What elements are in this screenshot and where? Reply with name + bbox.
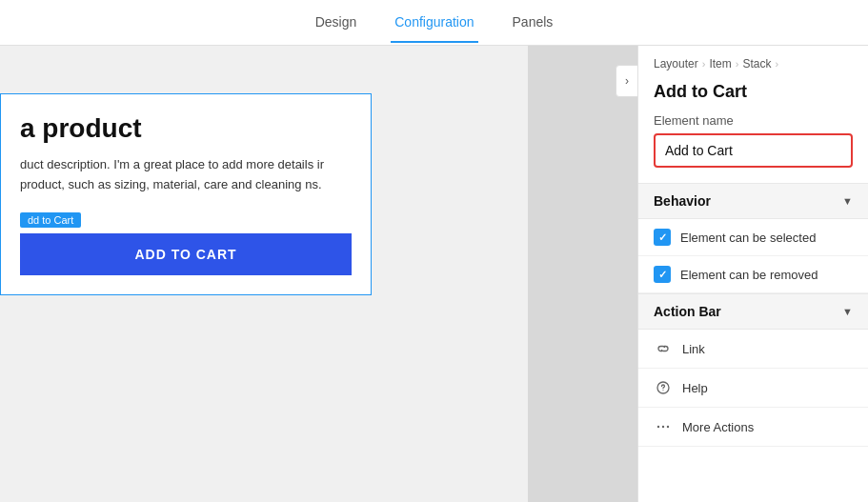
product-title: a product — [20, 113, 352, 144]
action-bar-section-header[interactable]: Action Bar ▼ — [638, 293, 868, 330]
breadcrumb: Layouter › Item › Stack › — [638, 46, 868, 78]
breadcrumb-sep-3: › — [775, 58, 778, 70]
more-actions-icon — [654, 417, 673, 436]
svg-point-3 — [662, 426, 664, 428]
checkbox-removed[interactable]: ✓ — [654, 266, 671, 283]
action-item-help[interactable]: Help — [638, 369, 868, 408]
breadcrumb-item[interactable]: Item — [709, 57, 731, 70]
tab-bar: Design Configuration Panels — [0, 0, 868, 46]
action-item-more[interactable]: More Actions — [638, 408, 868, 447]
help-icon — [654, 378, 673, 397]
add-to-cart-badge: dd to Cart — [20, 212, 81, 228]
action-more-label: More Actions — [682, 420, 754, 434]
action-bar-chevron-icon: ▼ — [842, 306, 853, 317]
svg-point-1 — [662, 390, 663, 391]
product-card: a product duct description. I'm a great … — [0, 93, 372, 295]
tab-panels[interactable]: Panels — [509, 3, 557, 43]
svg-point-2 — [657, 426, 659, 428]
action-item-link[interactable]: Link — [638, 330, 868, 369]
breadcrumb-sep-1: › — [702, 58, 706, 70]
element-name-label: Element name — [638, 113, 868, 133]
breadcrumb-stack[interactable]: Stack — [742, 57, 771, 70]
tab-design[interactable]: Design — [312, 3, 361, 43]
checkbox-removed-check: ✓ — [658, 269, 667, 281]
action-help-label: Help — [682, 381, 708, 395]
action-link-label: Link — [682, 342, 705, 356]
chevron-right-icon: › — [625, 74, 629, 88]
breadcrumb-layouter[interactable]: Layouter — [654, 57, 698, 70]
behavior-section-header[interactable]: Behavior ▼ — [638, 183, 868, 219]
checkbox-selected-row[interactable]: ✓ Element can be selected — [638, 219, 868, 256]
behavior-label: Behavior — [654, 193, 711, 209]
checkbox-selected[interactable]: ✓ — [654, 229, 671, 246]
product-description: duct description. I'm a great place to a… — [20, 155, 352, 195]
breadcrumb-sep-2: › — [736, 58, 739, 70]
preview-area: › a product duct description. I'm a grea… — [0, 46, 637, 502]
panel-title: Add to Cart — [638, 78, 868, 113]
behavior-chevron-icon: ▼ — [842, 195, 853, 207]
tab-configuration[interactable]: Configuration — [391, 3, 477, 43]
toggle-panel-button[interactable]: › — [616, 65, 637, 97]
link-icon — [654, 339, 673, 358]
action-bar-label: Action Bar — [654, 304, 721, 319]
right-panel: Layouter › Item › Stack › Add to Cart El… — [637, 46, 868, 502]
checkbox-removed-label: Element can be removed — [680, 268, 818, 282]
checkbox-selected-label: Element can be selected — [680, 231, 816, 245]
element-name-input[interactable] — [654, 133, 853, 168]
checkbox-removed-row[interactable]: ✓ Element can be removed — [638, 256, 868, 293]
gray-column — [528, 46, 637, 502]
svg-point-4 — [667, 426, 669, 428]
add-to-cart-button[interactable]: ADD TO CART — [20, 233, 352, 275]
main-area: › a product duct description. I'm a grea… — [0, 46, 868, 502]
checkbox-selected-check: ✓ — [658, 231, 667, 244]
